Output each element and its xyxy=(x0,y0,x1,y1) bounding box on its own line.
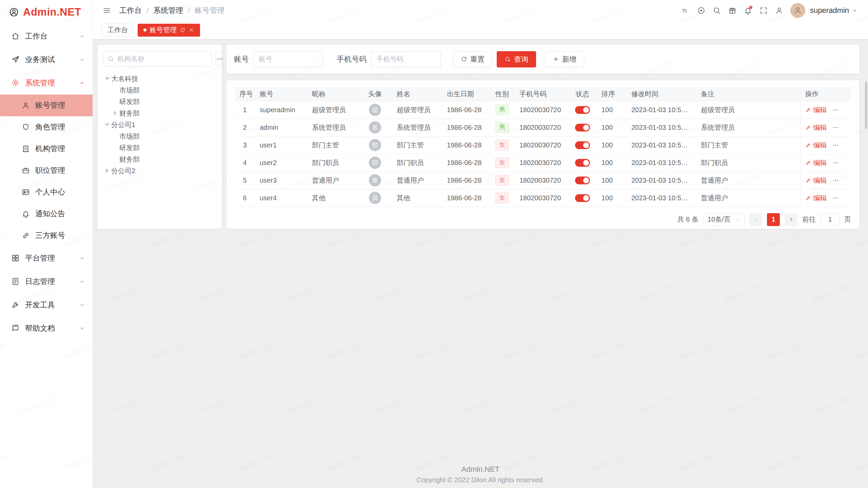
font-size-icon[interactable]: Tt xyxy=(678,3,693,18)
edit-button[interactable]: 编辑 xyxy=(805,158,827,167)
cell-actions: 编辑 xyxy=(800,119,851,136)
prev-page-button[interactable] xyxy=(749,213,762,226)
send-icon xyxy=(11,55,20,64)
search-icon[interactable] xyxy=(710,3,724,18)
cell-actions: 编辑 xyxy=(800,136,851,154)
row-more-button[interactable] xyxy=(832,177,839,184)
org-tree-panel: 大名科技市场部研发部财务部分公司1市场部研发部财务部分公司2 xyxy=(98,45,222,229)
component-size-icon[interactable] xyxy=(694,3,708,18)
status-toggle[interactable] xyxy=(575,177,590,184)
grid-icon xyxy=(11,254,20,262)
add-button[interactable]: 新增 xyxy=(545,51,584,67)
page-1-button[interactable]: 1 xyxy=(767,213,780,226)
accounts-table-card: 序号账号昵称头像姓名出生日期性别手机号码状态排序修改时间备注操作 1supera… xyxy=(226,80,859,229)
sidebar-item-workbench[interactable]: 工作台 xyxy=(0,24,93,48)
edit-button[interactable]: 编辑 xyxy=(805,176,827,185)
sidebar-subitem-notice[interactable]: 通知公告 xyxy=(0,203,93,225)
row-avatar: 系 xyxy=(369,121,381,134)
row-more-button[interactable] xyxy=(832,160,839,166)
org-search-field[interactable] xyxy=(103,51,212,67)
tree-node[interactable]: 财务部 xyxy=(103,107,216,119)
org-icon xyxy=(22,145,30,153)
row-more-button[interactable] xyxy=(832,195,839,201)
sidebar-item-platform-mgmt[interactable]: 平台管理 xyxy=(0,246,93,270)
status-toggle[interactable] xyxy=(575,106,590,114)
query-button[interactable]: 查询 xyxy=(497,51,536,67)
breadcrumb-item[interactable]: 工作台 xyxy=(119,5,142,16)
tree-node[interactable]: 大名科技 xyxy=(103,73,216,84)
logo[interactable]: Admin.NET xyxy=(0,0,93,24)
reset-button[interactable]: 重置 xyxy=(453,51,492,67)
edit-button[interactable]: 编辑 xyxy=(805,105,827,115)
tab-0[interactable]: 工作台 xyxy=(102,24,134,37)
bell-icon xyxy=(22,210,30,218)
tree-node[interactable]: 分公司1 xyxy=(103,119,216,130)
sidebar-item-business-test[interactable]: 业务测试 xyxy=(0,48,93,71)
fullscreen-icon[interactable] xyxy=(756,3,771,18)
edit-button[interactable]: 编辑 xyxy=(805,123,827,132)
tree-node[interactable]: 财务部 xyxy=(103,154,216,165)
cell-remark: 超级管理员 xyxy=(696,101,800,119)
more-options-button[interactable] xyxy=(216,52,224,66)
cell-modified-time: 2023-01-03 10:59:44 xyxy=(627,189,696,207)
table-head: 序号账号昵称头像姓名出生日期性别手机号码状态排序修改时间备注操作 xyxy=(235,87,851,101)
edit-button[interactable]: 编辑 xyxy=(805,141,827,150)
status-toggle[interactable] xyxy=(575,159,590,167)
sidebar-subitem-third-party-account[interactable]: 三方账号 xyxy=(0,225,93,246)
link-icon xyxy=(22,231,30,240)
status-toggle[interactable] xyxy=(575,141,590,149)
sidebar-item-dev-tools[interactable]: 开发工具 xyxy=(0,293,93,317)
status-toggle[interactable] xyxy=(575,194,590,202)
gender-badge: 男 xyxy=(495,122,509,133)
theme-icon[interactable] xyxy=(725,3,739,18)
column-header: 头像 xyxy=(358,87,392,101)
refresh-icon[interactable] xyxy=(180,27,185,33)
avatar[interactable] xyxy=(790,3,805,18)
sidebar-subitem-personal-center[interactable]: 个人中心 xyxy=(0,181,93,203)
tree-node[interactable]: 市场部 xyxy=(103,130,216,142)
cell-order: 100 xyxy=(597,119,627,136)
gear-icon xyxy=(11,79,20,87)
sidebar-subitem-position-mgmt[interactable]: 职位管理 xyxy=(0,160,93,181)
breadcrumb-item[interactable]: 系统管理 xyxy=(153,5,183,16)
sidebar-item-help-doc[interactable]: 帮助文档 xyxy=(0,317,93,340)
breadcrumb-separator: / xyxy=(146,6,149,15)
row-more-button[interactable] xyxy=(832,124,839,131)
tree-node[interactable]: 研发部 xyxy=(103,142,216,154)
close-icon[interactable] xyxy=(189,27,194,33)
cell-remark: 部门主管 xyxy=(696,136,800,154)
phone-input[interactable] xyxy=(371,51,441,67)
sidebar-item-log-mgmt[interactable]: 日志管理 xyxy=(0,270,93,293)
notification-bell-icon[interactable] xyxy=(741,3,755,18)
sidebar-subitem-role-mgmt[interactable]: 角色管理 xyxy=(0,116,93,138)
account-input[interactable] xyxy=(254,51,323,67)
tree-node[interactable]: 市场部 xyxy=(103,84,216,96)
sidebar-subitem-org-mgmt[interactable]: 机构管理 xyxy=(0,138,93,160)
hamburger-menu-icon[interactable] xyxy=(100,3,114,18)
chevron-down-icon[interactable] xyxy=(850,3,859,18)
row-more-button[interactable] xyxy=(832,107,839,113)
home-icon xyxy=(11,32,20,40)
profile-icon[interactable] xyxy=(772,3,786,18)
cell-status xyxy=(568,136,597,154)
tab-1[interactable]: 账号管理 xyxy=(138,24,200,37)
row-more-button[interactable] xyxy=(832,142,839,148)
cell-avatar: 部 xyxy=(358,136,392,154)
column-header: 操作 xyxy=(800,87,851,101)
org-search-input[interactable] xyxy=(117,55,207,63)
username[interactable]: superadmin xyxy=(810,6,849,15)
cell-gender: 男 xyxy=(490,101,515,119)
edit-button[interactable]: 编辑 xyxy=(805,194,827,203)
scrollbar-thumb[interactable] xyxy=(865,81,867,129)
next-page-button[interactable] xyxy=(785,213,797,226)
cell-avatar: 其 xyxy=(358,189,392,207)
page-size-select[interactable]: 10条/页 xyxy=(703,213,745,226)
tree-node[interactable]: 分公司2 xyxy=(103,165,216,177)
tree-node[interactable]: 研发部 xyxy=(103,96,216,107)
status-toggle[interactable] xyxy=(575,124,590,131)
goto-page-input[interactable] xyxy=(821,213,840,226)
cell-phone: 18020030720 xyxy=(515,101,568,119)
table-row: 2admin系统管理员系系统管理员1986-06-28男180200307201… xyxy=(235,119,851,136)
sidebar-subitem-account-mgmt[interactable]: 账号管理 xyxy=(0,95,93,116)
sidebar-item-system-mgmt[interactable]: 系统管理 xyxy=(0,71,93,95)
